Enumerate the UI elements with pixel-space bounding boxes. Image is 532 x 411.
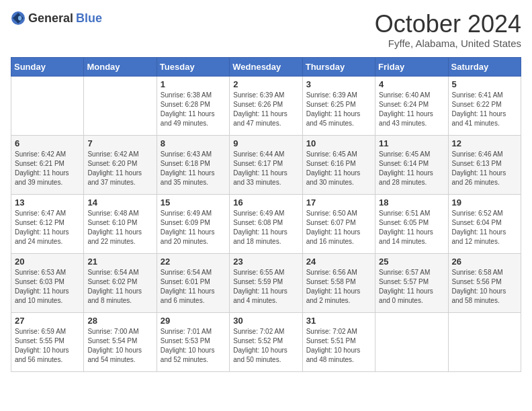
calendar-cell: 26Sunrise: 6:58 AMSunset: 5:56 PMDayligh…: [448, 253, 521, 312]
cell-content: Sunrise: 7:01 AMSunset: 5:53 PMDaylight:…: [161, 327, 226, 365]
day-number: 12: [452, 138, 517, 148]
cell-content: Sunrise: 6:38 AMSunset: 6:28 PMDaylight:…: [161, 91, 226, 128]
calendar-cell: 21Sunrise: 6:54 AMSunset: 6:02 PMDayligh…: [84, 253, 157, 312]
calendar-cell: 24Sunrise: 6:56 AMSunset: 5:58 PMDayligh…: [302, 253, 375, 312]
cell-content: Sunrise: 6:39 AMSunset: 6:26 PMDaylight:…: [233, 91, 298, 128]
cell-content: Sunrise: 6:45 AMSunset: 6:14 PMDaylight:…: [379, 150, 444, 187]
weekday-header-monday: Monday: [84, 57, 157, 76]
cell-content: Sunrise: 6:52 AMSunset: 6:04 PMDaylight:…: [452, 209, 517, 246]
calendar-cell: 4Sunrise: 6:40 AMSunset: 6:24 PMDaylight…: [375, 76, 448, 135]
day-number: 17: [306, 197, 371, 208]
day-number: 13: [15, 197, 80, 208]
day-number: 11: [379, 138, 444, 148]
day-number: 19: [452, 197, 517, 208]
calendar-cell: 28Sunrise: 7:00 AMSunset: 5:54 PMDayligh…: [84, 312, 157, 371]
weekday-header-wednesday: Wednesday: [230, 57, 302, 76]
day-number: 25: [379, 257, 444, 267]
day-number: 27: [15, 316, 80, 326]
calendar-cell: 12Sunrise: 6:46 AMSunset: 6:13 PMDayligh…: [448, 135, 521, 194]
day-number: 31: [306, 316, 371, 326]
day-number: 2: [233, 79, 298, 89]
month-title: October 2024: [375, 11, 521, 38]
cell-content: Sunrise: 6:48 AMSunset: 6:10 PMDaylight:…: [87, 209, 152, 246]
calendar-body: 1Sunrise: 6:38 AMSunset: 6:28 PMDaylight…: [11, 76, 521, 371]
calendar-cell: 3Sunrise: 6:39 AMSunset: 6:25 PMDaylight…: [302, 76, 375, 135]
calendar-cell: 2Sunrise: 6:39 AMSunset: 6:26 PMDaylight…: [230, 76, 302, 135]
day-number: 18: [379, 197, 444, 208]
calendar-table: SundayMondayTuesdayWednesdayThursdayFrid…: [11, 57, 521, 372]
day-number: 14: [87, 197, 152, 208]
calendar-cell: 31Sunrise: 7:02 AMSunset: 5:51 PMDayligh…: [302, 312, 375, 371]
calendar-cell: 20Sunrise: 6:53 AMSunset: 6:03 PMDayligh…: [11, 253, 84, 312]
calendar-week-row: 6Sunrise: 6:42 AMSunset: 6:21 PMDaylight…: [11, 135, 521, 194]
calendar-cell: 6Sunrise: 6:42 AMSunset: 6:21 PMDaylight…: [11, 135, 84, 194]
day-number: 16: [233, 197, 298, 208]
calendar-week-row: 27Sunrise: 6:59 AMSunset: 5:55 PMDayligh…: [11, 312, 521, 371]
day-number: 6: [15, 138, 80, 148]
cell-content: Sunrise: 6:50 AMSunset: 6:07 PMDaylight:…: [306, 209, 371, 246]
day-number: 22: [161, 257, 226, 267]
cell-content: Sunrise: 6:56 AMSunset: 5:58 PMDaylight:…: [306, 268, 371, 306]
logo-general-text: General: [28, 11, 73, 26]
cell-content: Sunrise: 6:53 AMSunset: 6:03 PMDaylight:…: [15, 268, 80, 306]
cell-content: Sunrise: 6:44 AMSunset: 6:17 PMDaylight:…: [233, 150, 298, 187]
day-number: 9: [233, 138, 298, 148]
calendar-cell: [84, 76, 157, 135]
weekday-header-friday: Friday: [375, 57, 448, 76]
calendar-cell: 29Sunrise: 7:01 AMSunset: 5:53 PMDayligh…: [157, 312, 229, 371]
page-header: General Blue October 2024 Fyffe, Alabama…: [11, 11, 521, 49]
cell-content: Sunrise: 6:49 AMSunset: 6:08 PMDaylight:…: [233, 209, 298, 246]
calendar-cell: 17Sunrise: 6:50 AMSunset: 6:07 PMDayligh…: [302, 194, 375, 253]
cell-content: Sunrise: 6:45 AMSunset: 6:16 PMDaylight:…: [306, 150, 371, 187]
calendar-cell: [11, 76, 84, 135]
calendar-cell: 30Sunrise: 7:02 AMSunset: 5:52 PMDayligh…: [230, 312, 302, 371]
day-number: 24: [306, 257, 371, 267]
day-number: 10: [306, 138, 371, 148]
day-number: 29: [161, 316, 226, 326]
calendar-cell: 1Sunrise: 6:38 AMSunset: 6:28 PMDaylight…: [157, 76, 229, 135]
cell-content: Sunrise: 6:54 AMSunset: 6:02 PMDaylight:…: [87, 268, 152, 306]
day-number: 28: [87, 316, 152, 326]
day-number: 21: [87, 257, 152, 267]
logo-blue-text: Blue: [76, 11, 102, 26]
cell-content: Sunrise: 6:58 AMSunset: 5:56 PMDaylight:…: [452, 268, 517, 306]
calendar-cell: [448, 312, 521, 371]
day-number: 1: [161, 79, 226, 89]
calendar-cell: 23Sunrise: 6:55 AMSunset: 5:59 PMDayligh…: [230, 253, 302, 312]
calendar-cell: 16Sunrise: 6:49 AMSunset: 6:08 PMDayligh…: [230, 194, 302, 253]
calendar-cell: 10Sunrise: 6:45 AMSunset: 6:16 PMDayligh…: [302, 135, 375, 194]
day-number: 15: [161, 197, 226, 208]
day-number: 26: [452, 257, 517, 267]
calendar-cell: 25Sunrise: 6:57 AMSunset: 5:57 PMDayligh…: [375, 253, 448, 312]
cell-content: Sunrise: 6:41 AMSunset: 6:22 PMDaylight:…: [452, 91, 517, 128]
cell-content: Sunrise: 7:02 AMSunset: 5:52 PMDaylight:…: [233, 327, 298, 365]
calendar-header: SundayMondayTuesdayWednesdayThursdayFrid…: [11, 57, 521, 76]
cell-content: Sunrise: 6:59 AMSunset: 5:55 PMDaylight:…: [15, 327, 80, 365]
calendar-cell: 19Sunrise: 6:52 AMSunset: 6:04 PMDayligh…: [448, 194, 521, 253]
logo-icon: [11, 11, 26, 26]
day-number: 7: [87, 138, 152, 148]
day-number: 3: [306, 79, 371, 89]
cell-content: Sunrise: 6:49 AMSunset: 6:09 PMDaylight:…: [161, 209, 226, 246]
cell-content: Sunrise: 6:54 AMSunset: 6:01 PMDaylight:…: [161, 268, 226, 306]
calendar-cell: 14Sunrise: 6:48 AMSunset: 6:10 PMDayligh…: [84, 194, 157, 253]
cell-content: Sunrise: 6:46 AMSunset: 6:13 PMDaylight:…: [452, 150, 517, 187]
day-number: 5: [452, 79, 517, 89]
title-block: October 2024 Fyffe, Alabama, United Stat…: [375, 11, 521, 49]
calendar-cell: 5Sunrise: 6:41 AMSunset: 6:22 PMDaylight…: [448, 76, 521, 135]
calendar-week-row: 20Sunrise: 6:53 AMSunset: 6:03 PMDayligh…: [11, 253, 521, 312]
cell-content: Sunrise: 7:00 AMSunset: 5:54 PMDaylight:…: [87, 327, 152, 365]
cell-content: Sunrise: 6:42 AMSunset: 6:21 PMDaylight:…: [15, 150, 80, 187]
cell-content: Sunrise: 6:55 AMSunset: 5:59 PMDaylight:…: [233, 268, 298, 306]
cell-content: Sunrise: 6:40 AMSunset: 6:24 PMDaylight:…: [379, 91, 444, 128]
calendar-cell: 15Sunrise: 6:49 AMSunset: 6:09 PMDayligh…: [157, 194, 229, 253]
day-number: 30: [233, 316, 298, 326]
calendar-cell: [375, 312, 448, 371]
cell-content: Sunrise: 6:51 AMSunset: 6:05 PMDaylight:…: [379, 209, 444, 246]
weekday-header-sunday: Sunday: [11, 57, 84, 76]
calendar-week-row: 1Sunrise: 6:38 AMSunset: 6:28 PMDaylight…: [11, 76, 521, 135]
cell-content: Sunrise: 6:47 AMSunset: 6:12 PMDaylight:…: [15, 209, 80, 246]
cell-content: Sunrise: 6:39 AMSunset: 6:25 PMDaylight:…: [306, 91, 371, 128]
calendar-cell: 18Sunrise: 6:51 AMSunset: 6:05 PMDayligh…: [375, 194, 448, 253]
calendar-cell: 13Sunrise: 6:47 AMSunset: 6:12 PMDayligh…: [11, 194, 84, 253]
